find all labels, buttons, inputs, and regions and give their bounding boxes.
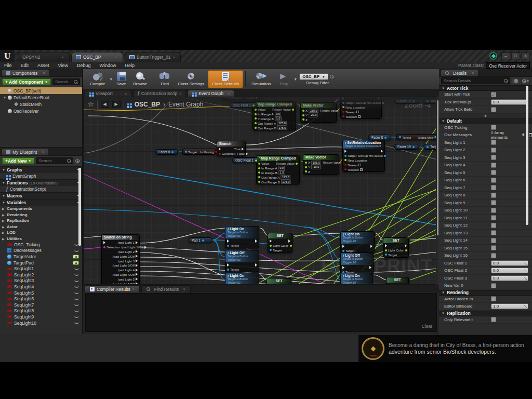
graph-node-is-moving-mid[interactable]: TargetIs Moving (182, 149, 216, 155)
my-blueprint-search-input[interactable] (36, 158, 67, 163)
graph-node-light-on-1[interactable]: fLight OnTarget is Button Trigger 01Targ… (225, 226, 259, 248)
close-button[interactable]: × (521, 52, 530, 59)
close-icon[interactable]: × (228, 92, 230, 96)
variable-seqlight3[interactable]: SeqLight3 (0, 278, 82, 284)
checkbox[interactable] (491, 125, 496, 130)
menu-view[interactable]: View (58, 63, 68, 68)
component-oscreceiver[interactable]: OscReceiver (0, 108, 82, 114)
visibility-eye-icon[interactable] (74, 322, 79, 324)
class-defaults-button[interactable]: Class Defaults (208, 70, 243, 88)
variable-osc_ticking[interactable]: OSC_Ticking (0, 242, 82, 248)
checkbox[interactable] (491, 193, 496, 198)
graph-node-light-on-19[interactable]: fLight OnTarget is Button Trigger 19Targ… (340, 273, 373, 285)
close-icon[interactable]: × (43, 71, 45, 75)
tab-find-results[interactable]: Find Results× (141, 285, 191, 292)
details-section-actor-tick[interactable]: ▼Actor Tick (439, 85, 532, 91)
menu-window[interactable]: Window (99, 63, 116, 68)
variable-seqlight6[interactable]: SeqLight6 (0, 296, 82, 302)
details-search-input[interactable] (442, 78, 504, 83)
category-replication[interactable]: ▶Replication (0, 218, 82, 224)
component-staticmesh[interactable]: StaticMesh (0, 101, 82, 108)
checkbox[interactable] (491, 208, 496, 213)
variable-seqlight9[interactable]: SeqLight9 (0, 314, 82, 320)
category-lod[interactable]: ▶LOD (0, 230, 82, 236)
menu-file[interactable]: File (4, 63, 12, 68)
checkbox[interactable] (491, 178, 496, 183)
tab-compiler-results[interactable]: Compiler Results× (85, 285, 140, 292)
find-button[interactable]: Find (155, 70, 174, 88)
my-blueprint-search[interactable] (36, 157, 73, 164)
graph-node-set-19[interactable]: SET (386, 277, 409, 285)
number-field[interactable]: 0.0 (491, 99, 528, 105)
close-icon[interactable]: × (125, 92, 127, 96)
checkbox[interactable] (491, 163, 496, 168)
variable-seqlight5[interactable]: SeqLight5 (0, 290, 82, 296)
number-field[interactable]: 0.0 (491, 275, 528, 281)
close-icon[interactable]: × (61, 55, 64, 60)
graph-node-light-off-1[interactable]: fLight OffTarget is Button Trigger 01Tar… (225, 250, 259, 272)
clear-button[interactable]: Clear (422, 324, 432, 329)
checkbox[interactable] (491, 140, 496, 145)
section-macros[interactable]: ▼Macros+ (0, 192, 82, 199)
graph-tab-event-graph[interactable]: Event Graph× (188, 90, 234, 97)
tab-components[interactable]: Components × (2, 69, 49, 76)
visibility-eye-icon[interactable] (74, 280, 79, 282)
unreal-tray-icon[interactable] (489, 52, 497, 60)
checkbox[interactable]: ✓ (491, 92, 496, 97)
add-element-icon[interactable]: + (522, 132, 525, 138)
graph-node-set-20[interactable]: SETLight ColorTarget (383, 237, 409, 258)
variable-seqlight10[interactable]: SeqLight10 (0, 320, 82, 326)
variable-seqlight4[interactable]: SeqLight4 (0, 284, 82, 290)
graph-scrollbar[interactable] (437, 100, 438, 235)
save-button[interactable]: Save (113, 70, 129, 88)
checkbox[interactable] (491, 296, 496, 301)
menu-help[interactable]: Help (125, 63, 135, 68)
checkbox[interactable] (491, 215, 496, 220)
graph-node-light-on-20[interactable]: fLight OnTarget is Button Trigger 20Targ… (340, 231, 375, 254)
checkbox[interactable] (491, 223, 496, 228)
variable-seqlight7[interactable]: SeqLight7 (0, 302, 82, 308)
variable-seqlight8[interactable]: SeqLight8 (0, 308, 82, 314)
variable-seqlight1[interactable]: SeqLight1 (0, 265, 82, 272)
variable-seqlight2[interactable]: SeqLight2 (0, 272, 82, 278)
close-icon[interactable]: × (42, 150, 44, 154)
checkbox[interactable] (491, 170, 496, 175)
visibility-eye-icon[interactable] (74, 268, 79, 270)
add-new-button[interactable]: +Add New▼ (2, 157, 34, 164)
graph-node-branch-mid[interactable]: BranchTrueConditionFalse (217, 141, 246, 156)
menu-debug[interactable]: Debug (77, 63, 91, 68)
close-icon[interactable]: × (115, 55, 117, 60)
my-blueprint-scrollbar[interactable] (78, 168, 81, 246)
checkbox[interactable] (491, 253, 496, 258)
class-settings-button[interactable]: Class Settings (174, 70, 208, 88)
visibility-eye-icon[interactable] (74, 310, 79, 312)
graph-node-light-off-20[interactable]: fLight OffTarget is Button Trigger 20Tar… (340, 252, 374, 275)
section-variables[interactable]: ▼Variables+ (0, 199, 82, 206)
variable-targetactor[interactable]: TargetActor (0, 254, 82, 260)
graph-node-set-relative-location-mid[interactable]: fSetRelativeLocationTarget is Scene Comp… (342, 140, 385, 172)
category-rendering[interactable]: ▶Rendering (0, 212, 82, 218)
compile-button[interactable]: Compile (86, 70, 109, 88)
category-utilities[interactable]: ▶Utilities (0, 236, 82, 242)
marketplace-ad[interactable]: Become a daring thief in City of Brass, … (358, 335, 532, 362)
checkbox[interactable] (491, 200, 496, 205)
menu-asset[interactable]: Asset (37, 63, 49, 68)
number-field[interactable]: 0.0 (491, 268, 528, 273)
graph-node-fader-8-row2[interactable]: Fader 8 (368, 135, 391, 140)
graph-node-set-1b[interactable]: SET (267, 278, 291, 285)
category-actor[interactable]: ▶Actor (0, 224, 82, 230)
item-constructionscript[interactable]: fConstructionScript (0, 186, 82, 192)
checkbox[interactable] (491, 107, 496, 112)
close-icon[interactable]: × (172, 55, 175, 60)
maximize-button[interactable]: □ (511, 52, 520, 59)
close-icon[interactable]: × (183, 287, 185, 291)
simulation-button[interactable]: Simulation (248, 70, 274, 88)
graph-node-set-1[interactable]: SETLight ColorTarget (268, 233, 292, 253)
number-field[interactable]: 0.0 (491, 260, 528, 266)
visibility-eye-icon[interactable] (74, 285, 79, 288)
visibility-filter-icon[interactable] (75, 159, 80, 163)
graph-node-switch-on-string[interactable]: Switch on String/pad Light 1Selection/pa… (101, 234, 140, 285)
asset-tab-buttontrigger_01[interactable]: ButtonTrigger_01× (125, 52, 181, 62)
checkbox[interactable] (491, 283, 496, 288)
graph-tab-construction-scrip[interactable]: fConstruction Scrip× (133, 90, 186, 97)
